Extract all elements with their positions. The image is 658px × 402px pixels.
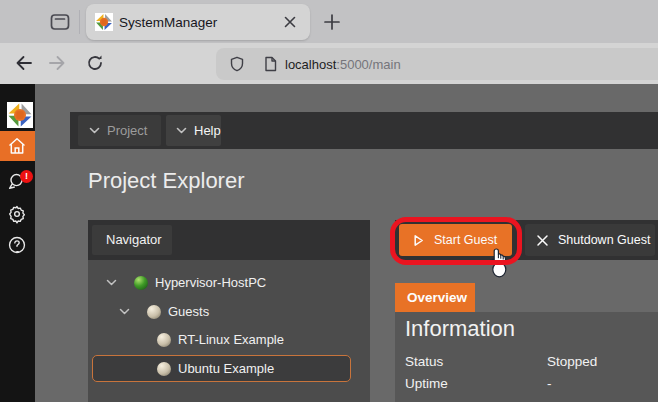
tab-separator <box>79 10 80 34</box>
sidebar-item-notifications[interactable]: ! <box>0 168 35 194</box>
beige-orb-icon <box>157 333 171 347</box>
info-panel: Information Status Stopped Uptime - <box>395 312 658 402</box>
sidebar-item-home[interactable] <box>0 131 35 161</box>
app-logo <box>7 102 33 128</box>
shield-glyph <box>229 56 245 72</box>
tab-close-icon[interactable] <box>281 13 299 31</box>
firefox-view-icon[interactable] <box>48 10 72 34</box>
tree-item-label: RT-Linux Example <box>178 332 284 347</box>
chevron-down-icon <box>176 125 187 136</box>
browser-nav-toolbar: localhost:5000/main <box>0 43 658 84</box>
back-arrow-glyph <box>15 54 33 72</box>
question-dot <box>16 251 19 254</box>
shield-icon[interactable] <box>229 56 245 72</box>
tree-item-ubuntu-selected[interactable]: Ubuntu Example <box>92 355 351 382</box>
chevron-down-icon <box>89 125 100 136</box>
beige-orb-icon <box>147 305 161 319</box>
info-row-uptime: Uptime - <box>405 376 448 391</box>
tree-item-rtlinux[interactable]: RT-Linux Example <box>157 325 284 354</box>
info-label: Status <box>405 354 443 369</box>
page-glyph <box>263 56 278 72</box>
tree-item-label: Guests <box>168 304 209 319</box>
forward-icon[interactable] <box>48 54 66 72</box>
url-text: localhost:5000/main <box>285 57 401 72</box>
reload-glyph <box>86 54 104 72</box>
reload-icon[interactable] <box>86 54 104 72</box>
firefox-view-glyph <box>48 10 72 34</box>
info-label: Uptime <box>405 376 448 391</box>
notification-badge: ! <box>20 170 33 183</box>
close-x-icon <box>536 234 549 247</box>
tree-item-guests[interactable]: Guests <box>119 297 209 326</box>
menu-project-label: Project <box>107 123 147 138</box>
close-x-glyph <box>281 13 299 31</box>
app-menu-bar: Project Help <box>70 112 658 149</box>
url-path: :5000/main <box>336 57 400 72</box>
menu-project[interactable]: Project <box>78 115 161 146</box>
sidebar-item-help[interactable] <box>0 232 35 258</box>
tree-item-label: Ubuntu Example <box>178 361 274 376</box>
info-row-status: Status Stopped <box>405 354 443 369</box>
page-info-icon[interactable] <box>263 56 278 72</box>
tab-title: SystemManager <box>119 15 217 30</box>
app-favicon <box>95 13 113 31</box>
chevron-down-icon <box>119 306 130 317</box>
menu-help[interactable]: Help <box>166 115 221 146</box>
app-sidebar: ! <box>0 84 35 402</box>
menu-help-label: Help <box>194 123 221 138</box>
chevron-down-icon <box>106 277 117 288</box>
plus-glyph <box>320 10 344 34</box>
home-icon <box>7 136 27 156</box>
browser-tab-bar: SystemManager <box>0 0 658 43</box>
info-heading: Information <box>405 316 515 342</box>
tree-item-hypervisor[interactable]: Hypervisor-HostPC <box>106 268 266 297</box>
beige-orb-icon <box>157 362 171 376</box>
back-icon[interactable] <box>15 54 33 72</box>
info-value: Stopped <box>547 354 597 369</box>
info-value: - <box>547 376 552 391</box>
navigator-tab[interactable]: Navigator <box>92 225 172 255</box>
url-host: localhost <box>285 57 336 72</box>
browser-tab[interactable]: SystemManager <box>86 4 310 40</box>
sidebar-item-settings[interactable] <box>0 201 35 227</box>
navigator-header: Navigator <box>88 220 370 260</box>
new-tab-button[interactable] <box>320 10 344 34</box>
tree-item-label: Hypervisor-HostPC <box>155 275 266 290</box>
shutdown-guest-label: Shutdown Guest <box>558 233 650 247</box>
tab-overview[interactable]: Overview <box>395 283 475 312</box>
green-orb-icon <box>134 276 148 290</box>
shutdown-guest-button[interactable]: Shutdown Guest <box>525 224 655 256</box>
url-bar[interactable]: localhost:5000/main <box>216 48 658 80</box>
web-page: ! Project Help Project Explorer Navigato… <box>0 84 658 402</box>
page-title: Project Explorer <box>88 168 245 194</box>
highlight-ring-annotation <box>390 217 522 265</box>
gear-icon <box>7 204 27 224</box>
forward-arrow-glyph <box>48 54 66 72</box>
